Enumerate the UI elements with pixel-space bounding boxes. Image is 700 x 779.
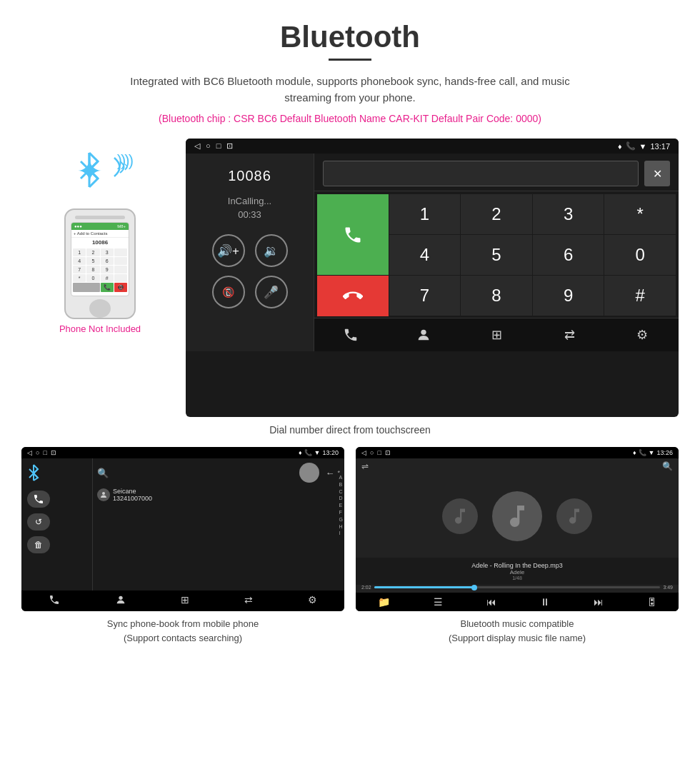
bottom-call-icon[interactable] [336, 324, 365, 346]
key-6[interactable]: 6 [533, 235, 604, 275]
shuffle-icon[interactable]: ⇌ [361, 461, 369, 471]
bottom-keypad-icon[interactable]: ⊞ [482, 324, 511, 346]
phonebook-screen: ◁ ○ □ ⊡ ♦ 📞 ▼ 13:20 [21, 447, 344, 611]
key-9[interactable]: 9 [533, 276, 604, 316]
pb-bottom-grid-icon[interactable]: ⊞ [181, 594, 189, 608]
music-folder-icon[interactable]: 📁 [378, 596, 390, 608]
backspace-button[interactable]: ✕ [644, 161, 670, 186]
music-play-icon[interactable]: ⏸ [540, 596, 550, 608]
phonebook-left: ↺ 🗑 [21, 458, 93, 590]
pb-bottom-person-icon[interactable] [115, 594, 126, 608]
bluetooth-icon-area: ✦ )))) [68, 146, 132, 203]
mic-icon: 🎤 [264, 285, 279, 300]
music-list-icon[interactable]: ☰ [434, 596, 443, 608]
music-content: ⇌ 🔍 Adele - Rolling In the De [356, 458, 679, 611]
pb-caption-line1: Sync phone-book from mobile phone [107, 618, 259, 629]
dial-input-box[interactable] [323, 161, 639, 186]
mute-button[interactable]: 🎤 [255, 276, 288, 308]
volume-up-button[interactable]: 🔊+ [212, 234, 245, 267]
music-disc-sm-left [442, 498, 478, 534]
calls-nav-icon [343, 327, 359, 343]
dial-input-row: ✕ [314, 154, 679, 191]
dial-status-right: ♦ 📞 ▼ 13:17 [618, 141, 670, 151]
nav-back-icon: ◁ [194, 141, 200, 151]
music-next-icon[interactable]: ⏭ [594, 596, 604, 608]
phone-image: ●●●M8+ + Add to Contacts 10086 123 456 7… [64, 208, 136, 319]
alpha-b: B [339, 481, 343, 488]
pb-home: ○ [36, 449, 39, 456]
call-green-button[interactable] [317, 194, 389, 275]
wifi-icon: ▼ [639, 142, 647, 151]
key-star[interactable]: * [604, 194, 676, 234]
pb-contact-row: Seicane 13241007000 [97, 486, 340, 504]
pb-person-icon [99, 491, 108, 499]
page-title: Bluetooth [0, 0, 700, 59]
music-caption-line2: (Support display music file name) [449, 633, 586, 643]
dial-number: 10086 [228, 168, 271, 184]
pb-bottom-settings-icon[interactable]: ⚙ [308, 594, 317, 608]
svg-point-7 [119, 596, 122, 600]
bt-waves-icon [111, 154, 132, 180]
dial-btn-row-1: 🔊+ 🔉 [212, 234, 288, 267]
alpha-h: H [339, 523, 343, 531]
pb-back-arrow-icon: ← [325, 468, 334, 478]
music-time-total: 3:49 [663, 585, 673, 590]
key-1[interactable]: 1 [389, 194, 461, 234]
volume-down-button[interactable]: 🔉 [255, 234, 288, 267]
music-eq-icon[interactable]: 🎛 [647, 596, 657, 608]
bottom-transfer-icon[interactable]: ⇄ [555, 324, 584, 346]
key-3[interactable]: 3 [533, 194, 604, 234]
key-2[interactable]: 2 [461, 194, 532, 234]
call-red-button[interactable] [317, 276, 389, 316]
phone-signal-icon: 📞 [626, 141, 636, 151]
pb-location: ♦ [299, 449, 302, 456]
pb-status-right: ♦ 📞 ▼ 13:20 [299, 449, 339, 456]
music-screen: ◁ ○ □ ⊡ ♦ 📞 ▼ 13:26 ⇌ 🔍 [356, 447, 679, 611]
music-dot: ⊡ [385, 449, 391, 456]
music-phone: 📞 [639, 449, 646, 456]
music-item: ◁ ○ □ ⊡ ♦ 📞 ▼ 13:26 ⇌ 🔍 [356, 447, 679, 645]
key-7[interactable]: 7 [389, 276, 461, 316]
pb-wifi: ▼ [314, 449, 321, 456]
music-progress-bar[interactable] [374, 586, 661, 588]
bottom-screenshots: ◁ ○ □ ⊡ ♦ 📞 ▼ 13:20 [0, 447, 700, 645]
music-nav-icons: ◁ ○ □ ⊡ [361, 449, 391, 456]
key-4[interactable]: 4 [389, 235, 461, 275]
pb-dot: ⊡ [51, 449, 56, 456]
pb-phone: 📞 [304, 449, 312, 456]
search-music-icon[interactable]: 🔍 [662, 461, 673, 471]
music-top-icons: ⇌ 🔍 [356, 458, 679, 474]
phonebook-right: 🔍 ← * A B C D E F G H [93, 458, 344, 590]
music-note-sm-right-icon [564, 506, 584, 526]
pb-bottom-call-icon[interactable] [49, 594, 60, 608]
key-hash[interactable]: # [604, 276, 676, 316]
music-prev-icon[interactable]: ⏮ [486, 596, 496, 608]
pb-delete-button[interactable]: 🗑 [27, 536, 50, 553]
dial-caption: Dial number direct from touchscreen [0, 424, 700, 436]
key-zero[interactable]: 0 [604, 235, 676, 275]
dial-bottom-bar: ⊞ ⇄ ⚙ [314, 318, 679, 351]
location-icon: ♦ [618, 142, 622, 151]
pb-call-button[interactable] [27, 491, 50, 508]
svg-point-6 [102, 492, 105, 495]
pb-contact-number: 13241007000 [113, 495, 152, 502]
pb-bottom-transfer-icon[interactable]: ⇄ [244, 594, 253, 608]
nav-home-icon: ○ [206, 141, 211, 151]
bottom-contacts-icon[interactable] [409, 324, 438, 346]
bottom-settings-icon[interactable]: ⚙ [628, 324, 656, 346]
key-5[interactable]: 5 [461, 235, 532, 275]
music-progress-dot [471, 585, 477, 590]
key-8[interactable]: 8 [461, 276, 532, 316]
music-back: ◁ [361, 449, 366, 456]
volume-up-icon: 🔊+ [217, 243, 239, 258]
transfer-button[interactable]: 📵 [212, 276, 245, 308]
alpha-d: D [339, 495, 343, 502]
phone-not-included-label: Phone Not Included [59, 323, 141, 334]
pb-refresh-button[interactable]: ↺ [27, 513, 50, 531]
phonebook-caption: Sync phone-book from mobile phone (Suppo… [107, 617, 259, 645]
music-note-sm-icon [450, 506, 470, 526]
pb-status-bar: ◁ ○ □ ⊡ ♦ 📞 ▼ 13:20 [21, 447, 344, 458]
volume-down-icon: 🔉 [264, 243, 279, 258]
bt-nav-icon [27, 464, 40, 481]
music-artist: Adele [363, 569, 671, 576]
